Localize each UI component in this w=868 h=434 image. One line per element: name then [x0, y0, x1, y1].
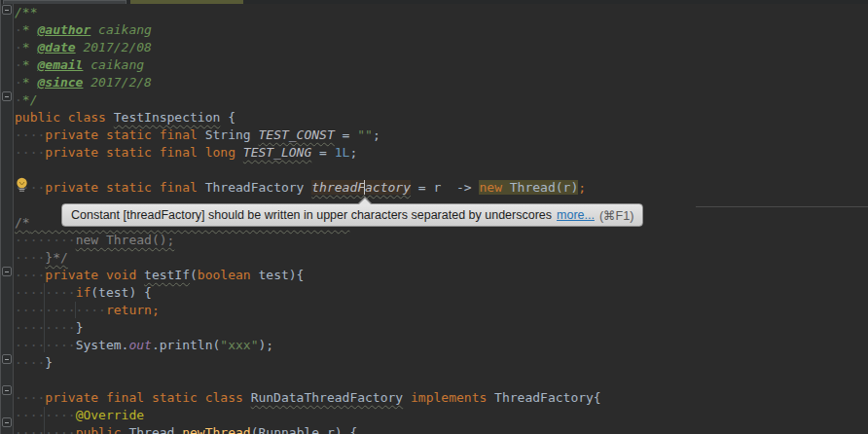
code-line[interactable]: ········@Override	[15, 407, 601, 424]
tab-active[interactable]	[130, 0, 243, 4]
code-token: ;	[373, 127, 380, 142]
code-line[interactable]: ········if(test) {	[15, 284, 601, 302]
code-token: return;	[106, 303, 160, 317]
code-token: ········	[15, 233, 76, 247]
code-token: @author	[37, 22, 90, 37]
code-token: ····	[15, 127, 45, 142]
code-token: implements	[403, 390, 494, 405]
intention-bulb-icon[interactable]	[14, 176, 30, 194]
code-token: @email	[37, 57, 83, 72]
code-token: ····	[15, 145, 45, 160]
code-token: @since	[37, 75, 83, 90]
code-token: /**	[15, 5, 37, 19]
code-token: = r ->	[411, 180, 479, 195]
code-line[interactable]: ····private static final String TEST_CON…	[15, 127, 601, 144]
code-line[interactable]: ········public Thread newThread(Runnable…	[15, 424, 601, 434]
code-token: TestInspection	[114, 110, 221, 125]
code-token: Thread(r)	[510, 180, 578, 195]
code-token: TEST_LONG	[243, 145, 311, 160]
code-line[interactable]: public class TestInspection {	[15, 109, 601, 127]
code-line[interactable]: ·*/	[15, 91, 601, 109]
code-token: ;	[578, 180, 586, 195]
tooltip-arrow-fill	[359, 199, 371, 204]
code-line[interactable]	[15, 162, 601, 179]
code-token: public class	[15, 110, 114, 125]
code-token: ;	[349, 145, 357, 160]
code-line[interactable]: /**	[15, 4, 601, 21]
code-token: ····	[15, 250, 45, 265]
code-token: String	[205, 127, 259, 142]
code-token: {	[220, 110, 235, 125]
code-line[interactable]: ····private static final ThreadFactory t…	[15, 179, 601, 197]
code-line[interactable]: ····private final static class RunDataTh…	[15, 389, 601, 407]
shortcut-hint: (⌘F1)	[599, 208, 633, 223]
code-token: ····	[15, 355, 45, 370]
fold-marker-icon[interactable]	[2, 267, 12, 276]
code-token: private void	[45, 268, 144, 282]
more-link[interactable]: more...	[557, 208, 595, 222]
code-token: ········	[15, 408, 76, 422]
code-token: =	[311, 145, 334, 160]
code-token: @date	[37, 40, 75, 54]
code-token: ·	[15, 40, 22, 54]
code-token: actory	[365, 180, 411, 195]
code-token: ThreadFactory	[205, 180, 312, 195]
code-token: ThreadFactory{	[494, 390, 601, 405]
code-token: 1L	[335, 145, 350, 160]
code-token: ·	[15, 75, 22, 90]
code-line[interactable]: ········System.out.println("xxx");	[15, 337, 601, 354]
code-token: );	[259, 338, 274, 352]
code-line[interactable]: ····}	[15, 354, 601, 372]
code-token: *	[22, 22, 38, 37]
code-line[interactable]: ········new Thread();	[15, 232, 601, 249]
fold-marker-icon[interactable]	[2, 354, 12, 364]
code-token: ········	[15, 425, 76, 434]
code-token: threadF	[311, 180, 365, 195]
code-token: System.	[76, 338, 129, 352]
code-token: ············	[15, 303, 106, 317]
code-token: (	[190, 268, 198, 282]
code-token: RunDataThreadFactory	[251, 390, 404, 405]
code-line[interactable]: ········}	[15, 319, 601, 337]
tab-inactive[interactable]	[3, 0, 127, 4]
code-token: .println(	[152, 338, 220, 352]
code-token: new	[479, 180, 509, 195]
code-token: caikang	[90, 22, 152, 37]
code-line[interactable]: ····private void testIf(boolean test){	[15, 267, 601, 284]
code-line[interactable]: ····private static final long TEST_LONG …	[15, 144, 601, 162]
code-token: private static final	[45, 180, 204, 195]
code-token: TEST_CONST	[258, 127, 334, 142]
code-line[interactable]: ·* @email caikang	[15, 56, 601, 74]
code-token: 2017/2/08	[76, 40, 152, 54]
code-token: }	[45, 355, 53, 370]
code-token: new Thread();	[76, 233, 175, 247]
code-line[interactable]: ············return;	[15, 302, 601, 319]
fold-marker-icon[interactable]	[2, 385, 12, 395]
code-token: 2017/2/8	[83, 75, 151, 90]
code-token: *	[22, 40, 38, 54]
fold-marker-icon[interactable]	[2, 417, 12, 427]
code-token: ·	[15, 22, 22, 37]
code-token: ·	[15, 92, 22, 107]
code-token: out	[128, 338, 151, 352]
code-token: ""	[357, 127, 373, 142]
code-line[interactable]: ····}*/	[15, 249, 601, 267]
code-token: ·	[15, 57, 22, 72]
code-token: @Override	[76, 408, 144, 422]
code-token: ········	[15, 320, 76, 335]
code-token: */	[22, 92, 38, 107]
code-line[interactable]: ·* @author caikang	[15, 21, 601, 39]
code-line[interactable]: ·* @date 2017/2/08	[15, 39, 601, 56]
code-token: "xxx"	[220, 338, 258, 352]
code-token: caikang	[83, 57, 144, 72]
code-token: *	[22, 75, 38, 90]
code-token: /*	[15, 215, 30, 230]
code-line[interactable]	[15, 372, 601, 389]
code-token: boolean	[198, 268, 251, 282]
code-line[interactable]: ·* @since 2017/2/8	[15, 74, 601, 91]
fold-marker-icon[interactable]	[2, 5, 12, 15]
code-token: public	[76, 425, 129, 434]
inspection-tooltip: Constant [threadFactory] should be writt…	[61, 203, 643, 227]
code-token: newThread	[182, 425, 250, 434]
fold-marker-icon[interactable]	[2, 91, 12, 101]
